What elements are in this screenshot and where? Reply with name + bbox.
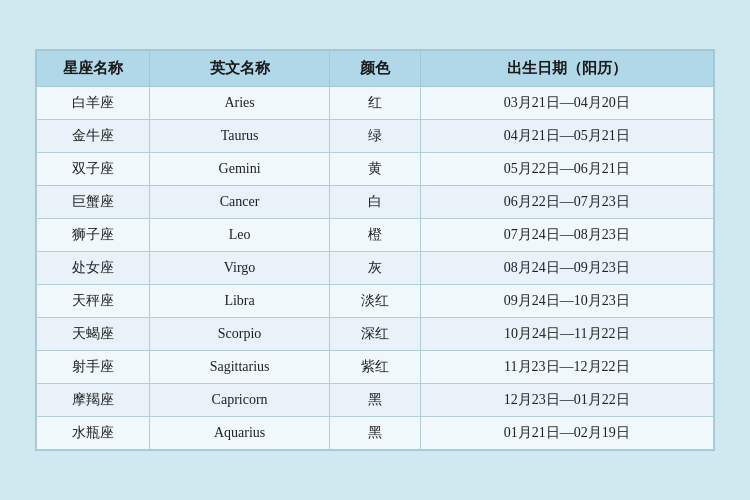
cell-chinese: 射手座 (37, 351, 150, 384)
cell-chinese: 金牛座 (37, 120, 150, 153)
table-row: 处女座Virgo灰08月24日—09月23日 (37, 252, 714, 285)
table-row: 水瓶座Aquarius黑01月21日—02月19日 (37, 417, 714, 450)
cell-english: Scorpio (149, 318, 330, 351)
cell-english: Capricorn (149, 384, 330, 417)
table-row: 狮子座Leo橙07月24日—08月23日 (37, 219, 714, 252)
cell-color: 白 (330, 186, 420, 219)
cell-chinese: 白羊座 (37, 87, 150, 120)
cell-date: 08月24日—09月23日 (420, 252, 713, 285)
table-row: 巨蟹座Cancer白06月22日—07月23日 (37, 186, 714, 219)
cell-date: 10月24日—11月22日 (420, 318, 713, 351)
table-row: 射手座Sagittarius紫红11月23日—12月22日 (37, 351, 714, 384)
cell-date: 07月24日—08月23日 (420, 219, 713, 252)
cell-english: Aquarius (149, 417, 330, 450)
cell-english: Aries (149, 87, 330, 120)
cell-date: 03月21日—04月20日 (420, 87, 713, 120)
cell-chinese: 处女座 (37, 252, 150, 285)
cell-chinese: 天秤座 (37, 285, 150, 318)
cell-chinese: 狮子座 (37, 219, 150, 252)
table-body: 白羊座Aries红03月21日—04月20日金牛座Taurus绿04月21日—0… (37, 87, 714, 450)
cell-english: Sagittarius (149, 351, 330, 384)
cell-color: 绿 (330, 120, 420, 153)
header-chinese: 星座名称 (37, 51, 150, 87)
cell-color: 橙 (330, 219, 420, 252)
header-color: 颜色 (330, 51, 420, 87)
cell-chinese: 双子座 (37, 153, 150, 186)
cell-chinese: 天蝎座 (37, 318, 150, 351)
header-date: 出生日期（阳历） (420, 51, 713, 87)
cell-date: 11月23日—12月22日 (420, 351, 713, 384)
cell-date: 05月22日—06月21日 (420, 153, 713, 186)
table-row: 双子座Gemini黄05月22日—06月21日 (37, 153, 714, 186)
cell-english: Cancer (149, 186, 330, 219)
cell-date: 09月24日—10月23日 (420, 285, 713, 318)
cell-color: 紫红 (330, 351, 420, 384)
cell-english: Taurus (149, 120, 330, 153)
cell-english: Gemini (149, 153, 330, 186)
table-row: 白羊座Aries红03月21日—04月20日 (37, 87, 714, 120)
cell-english: Libra (149, 285, 330, 318)
table-row: 天秤座Libra淡红09月24日—10月23日 (37, 285, 714, 318)
cell-date: 01月21日—02月19日 (420, 417, 713, 450)
cell-chinese: 水瓶座 (37, 417, 150, 450)
cell-color: 黑 (330, 384, 420, 417)
cell-chinese: 巨蟹座 (37, 186, 150, 219)
cell-english: Virgo (149, 252, 330, 285)
table-row: 金牛座Taurus绿04月21日—05月21日 (37, 120, 714, 153)
table-header-row: 星座名称 英文名称 颜色 出生日期（阳历） (37, 51, 714, 87)
zodiac-table-container: 星座名称 英文名称 颜色 出生日期（阳历） 白羊座Aries红03月21日—04… (35, 49, 715, 451)
cell-color: 红 (330, 87, 420, 120)
table-row: 摩羯座Capricorn黑12月23日—01月22日 (37, 384, 714, 417)
cell-chinese: 摩羯座 (37, 384, 150, 417)
cell-color: 黄 (330, 153, 420, 186)
cell-color: 黑 (330, 417, 420, 450)
cell-date: 12月23日—01月22日 (420, 384, 713, 417)
cell-english: Leo (149, 219, 330, 252)
table-row: 天蝎座Scorpio深红10月24日—11月22日 (37, 318, 714, 351)
header-english: 英文名称 (149, 51, 330, 87)
cell-date: 06月22日—07月23日 (420, 186, 713, 219)
cell-color: 灰 (330, 252, 420, 285)
zodiac-table: 星座名称 英文名称 颜色 出生日期（阳历） 白羊座Aries红03月21日—04… (36, 50, 714, 450)
cell-date: 04月21日—05月21日 (420, 120, 713, 153)
cell-color: 淡红 (330, 285, 420, 318)
cell-color: 深红 (330, 318, 420, 351)
